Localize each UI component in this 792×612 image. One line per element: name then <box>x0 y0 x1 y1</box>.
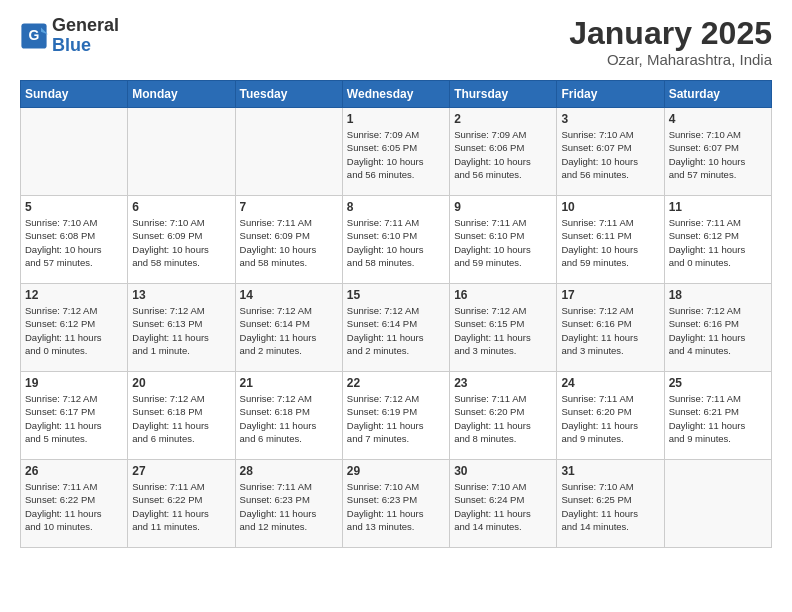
calendar-cell: 5Sunrise: 7:10 AM Sunset: 6:08 PM Daylig… <box>21 196 128 284</box>
weekday-header-tuesday: Tuesday <box>235 81 342 108</box>
day-info: Sunrise: 7:12 AM Sunset: 6:14 PM Dayligh… <box>347 304 445 357</box>
calendar-cell: 25Sunrise: 7:11 AM Sunset: 6:21 PM Dayli… <box>664 372 771 460</box>
calendar-cell: 16Sunrise: 7:12 AM Sunset: 6:15 PM Dayli… <box>450 284 557 372</box>
day-info: Sunrise: 7:12 AM Sunset: 6:16 PM Dayligh… <box>669 304 767 357</box>
day-number: 3 <box>561 112 659 126</box>
day-info: Sunrise: 7:12 AM Sunset: 6:16 PM Dayligh… <box>561 304 659 357</box>
calendar-cell: 17Sunrise: 7:12 AM Sunset: 6:16 PM Dayli… <box>557 284 664 372</box>
day-number: 11 <box>669 200 767 214</box>
header: G General Blue January 2025 Ozar, Mahara… <box>20 16 772 68</box>
calendar-cell: 8Sunrise: 7:11 AM Sunset: 6:10 PM Daylig… <box>342 196 449 284</box>
day-number: 22 <box>347 376 445 390</box>
calendar-cell: 3Sunrise: 7:10 AM Sunset: 6:07 PM Daylig… <box>557 108 664 196</box>
day-number: 10 <box>561 200 659 214</box>
day-number: 15 <box>347 288 445 302</box>
logo-line1: General <box>52 16 119 36</box>
calendar-cell: 23Sunrise: 7:11 AM Sunset: 6:20 PM Dayli… <box>450 372 557 460</box>
day-info: Sunrise: 7:12 AM Sunset: 6:18 PM Dayligh… <box>132 392 230 445</box>
calendar-cell: 24Sunrise: 7:11 AM Sunset: 6:20 PM Dayli… <box>557 372 664 460</box>
calendar-cell: 14Sunrise: 7:12 AM Sunset: 6:14 PM Dayli… <box>235 284 342 372</box>
calendar-cell: 2Sunrise: 7:09 AM Sunset: 6:06 PM Daylig… <box>450 108 557 196</box>
day-info: Sunrise: 7:10 AM Sunset: 6:07 PM Dayligh… <box>561 128 659 181</box>
calendar-cell: 6Sunrise: 7:10 AM Sunset: 6:09 PM Daylig… <box>128 196 235 284</box>
calendar-cell: 4Sunrise: 7:10 AM Sunset: 6:07 PM Daylig… <box>664 108 771 196</box>
day-info: Sunrise: 7:09 AM Sunset: 6:05 PM Dayligh… <box>347 128 445 181</box>
svg-text:G: G <box>29 27 40 43</box>
day-number: 7 <box>240 200 338 214</box>
day-number: 5 <box>25 200 123 214</box>
calendar-cell <box>128 108 235 196</box>
day-number: 27 <box>132 464 230 478</box>
title-block: January 2025 Ozar, Maharashtra, India <box>569 16 772 68</box>
day-info: Sunrise: 7:10 AM Sunset: 6:25 PM Dayligh… <box>561 480 659 533</box>
day-number: 19 <box>25 376 123 390</box>
calendar-cell: 31Sunrise: 7:10 AM Sunset: 6:25 PM Dayli… <box>557 460 664 548</box>
weekday-header-thursday: Thursday <box>450 81 557 108</box>
calendar-cell: 29Sunrise: 7:10 AM Sunset: 6:23 PM Dayli… <box>342 460 449 548</box>
day-info: Sunrise: 7:10 AM Sunset: 6:09 PM Dayligh… <box>132 216 230 269</box>
week-row-3: 12Sunrise: 7:12 AM Sunset: 6:12 PM Dayli… <box>21 284 772 372</box>
calendar-cell: 22Sunrise: 7:12 AM Sunset: 6:19 PM Dayli… <box>342 372 449 460</box>
weekday-header-row: SundayMondayTuesdayWednesdayThursdayFrid… <box>21 81 772 108</box>
calendar-cell <box>235 108 342 196</box>
calendar-cell: 1Sunrise: 7:09 AM Sunset: 6:05 PM Daylig… <box>342 108 449 196</box>
calendar-cell: 10Sunrise: 7:11 AM Sunset: 6:11 PM Dayli… <box>557 196 664 284</box>
day-number: 14 <box>240 288 338 302</box>
day-info: Sunrise: 7:10 AM Sunset: 6:07 PM Dayligh… <box>669 128 767 181</box>
weekday-header-friday: Friday <box>557 81 664 108</box>
day-number: 13 <box>132 288 230 302</box>
week-row-5: 26Sunrise: 7:11 AM Sunset: 6:22 PM Dayli… <box>21 460 772 548</box>
day-number: 18 <box>669 288 767 302</box>
day-number: 26 <box>25 464 123 478</box>
day-number: 25 <box>669 376 767 390</box>
day-number: 23 <box>454 376 552 390</box>
week-row-1: 1Sunrise: 7:09 AM Sunset: 6:05 PM Daylig… <box>21 108 772 196</box>
logo: G General Blue <box>20 16 119 56</box>
day-number: 9 <box>454 200 552 214</box>
day-number: 17 <box>561 288 659 302</box>
day-info: Sunrise: 7:12 AM Sunset: 6:19 PM Dayligh… <box>347 392 445 445</box>
week-row-4: 19Sunrise: 7:12 AM Sunset: 6:17 PM Dayli… <box>21 372 772 460</box>
day-number: 6 <box>132 200 230 214</box>
day-info: Sunrise: 7:12 AM Sunset: 6:13 PM Dayligh… <box>132 304 230 357</box>
calendar-subtitle: Ozar, Maharashtra, India <box>569 51 772 68</box>
day-info: Sunrise: 7:11 AM Sunset: 6:12 PM Dayligh… <box>669 216 767 269</box>
day-info: Sunrise: 7:11 AM Sunset: 6:22 PM Dayligh… <box>25 480 123 533</box>
day-number: 31 <box>561 464 659 478</box>
day-info: Sunrise: 7:12 AM Sunset: 6:12 PM Dayligh… <box>25 304 123 357</box>
calendar-cell: 20Sunrise: 7:12 AM Sunset: 6:18 PM Dayli… <box>128 372 235 460</box>
day-info: Sunrise: 7:11 AM Sunset: 6:09 PM Dayligh… <box>240 216 338 269</box>
calendar-table: SundayMondayTuesdayWednesdayThursdayFrid… <box>20 80 772 548</box>
calendar-cell: 27Sunrise: 7:11 AM Sunset: 6:22 PM Dayli… <box>128 460 235 548</box>
day-info: Sunrise: 7:12 AM Sunset: 6:15 PM Dayligh… <box>454 304 552 357</box>
day-info: Sunrise: 7:12 AM Sunset: 6:14 PM Dayligh… <box>240 304 338 357</box>
calendar-cell: 18Sunrise: 7:12 AM Sunset: 6:16 PM Dayli… <box>664 284 771 372</box>
day-number: 4 <box>669 112 767 126</box>
day-info: Sunrise: 7:10 AM Sunset: 6:23 PM Dayligh… <box>347 480 445 533</box>
week-row-2: 5Sunrise: 7:10 AM Sunset: 6:08 PM Daylig… <box>21 196 772 284</box>
day-info: Sunrise: 7:09 AM Sunset: 6:06 PM Dayligh… <box>454 128 552 181</box>
day-info: Sunrise: 7:11 AM Sunset: 6:22 PM Dayligh… <box>132 480 230 533</box>
day-number: 2 <box>454 112 552 126</box>
calendar-cell <box>21 108 128 196</box>
day-number: 21 <box>240 376 338 390</box>
logo-icon: G <box>20 22 48 50</box>
calendar-cell: 30Sunrise: 7:10 AM Sunset: 6:24 PM Dayli… <box>450 460 557 548</box>
calendar-cell: 28Sunrise: 7:11 AM Sunset: 6:23 PM Dayli… <box>235 460 342 548</box>
day-number: 30 <box>454 464 552 478</box>
calendar-cell: 11Sunrise: 7:11 AM Sunset: 6:12 PM Dayli… <box>664 196 771 284</box>
day-info: Sunrise: 7:10 AM Sunset: 6:24 PM Dayligh… <box>454 480 552 533</box>
calendar-cell: 21Sunrise: 7:12 AM Sunset: 6:18 PM Dayli… <box>235 372 342 460</box>
weekday-header-saturday: Saturday <box>664 81 771 108</box>
day-info: Sunrise: 7:11 AM Sunset: 6:20 PM Dayligh… <box>454 392 552 445</box>
day-info: Sunrise: 7:11 AM Sunset: 6:10 PM Dayligh… <box>454 216 552 269</box>
logo-line2: Blue <box>52 36 119 56</box>
day-info: Sunrise: 7:11 AM Sunset: 6:10 PM Dayligh… <box>347 216 445 269</box>
calendar-cell: 15Sunrise: 7:12 AM Sunset: 6:14 PM Dayli… <box>342 284 449 372</box>
logo-text: General Blue <box>52 16 119 56</box>
day-number: 24 <box>561 376 659 390</box>
calendar-page: G General Blue January 2025 Ozar, Mahara… <box>0 0 792 564</box>
day-info: Sunrise: 7:11 AM Sunset: 6:21 PM Dayligh… <box>669 392 767 445</box>
weekday-header-sunday: Sunday <box>21 81 128 108</box>
day-number: 8 <box>347 200 445 214</box>
